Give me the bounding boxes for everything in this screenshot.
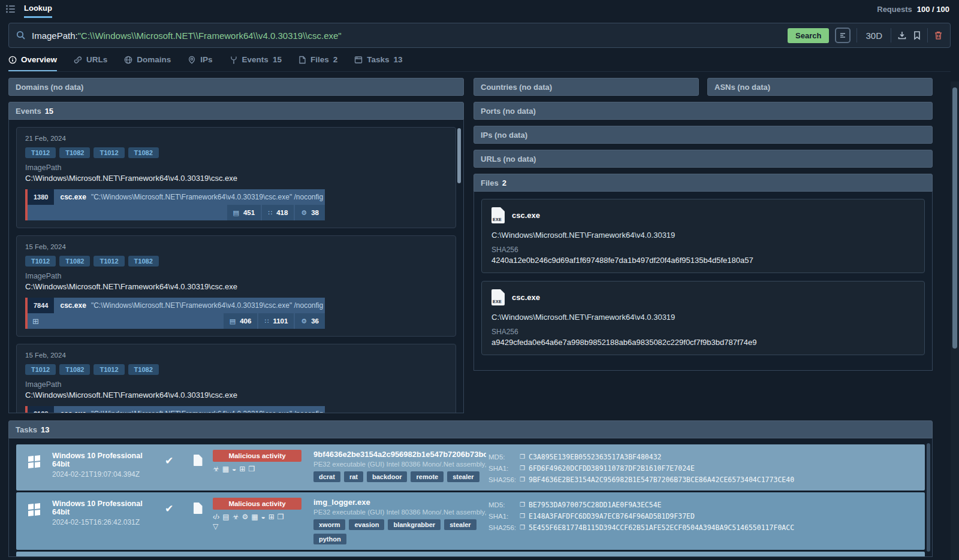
process-name: csc.exe [60, 410, 86, 413]
copy-icon: ❐ [278, 513, 284, 521]
sha256-label: SHA256: [488, 524, 520, 531]
page-scrollbar-thumb[interactable] [952, 87, 957, 349]
copy-icon[interactable]: ❐ [520, 513, 525, 519]
period-selector[interactable]: 30D [863, 31, 885, 41]
task-tag[interactable]: backdoor [367, 471, 408, 482]
windows-logo-icon [28, 503, 40, 516]
file-name: csc.exe [512, 211, 540, 220]
bookmark-icon[interactable] [913, 31, 921, 40]
process-stats: ▤ 451 ∷ 418 ⚙ 38 [227, 205, 325, 220]
divider [891, 28, 891, 43]
ttp-tag[interactable]: T1012 [94, 147, 124, 158]
tab-files[interactable]: Files 2 [298, 50, 337, 71]
ttp-tag[interactable]: T1082 [128, 147, 159, 158]
event-date: 21 Feb, 2024 [25, 135, 447, 142]
file-card[interactable]: EXE csc.exe C:\Windows\Microsoft.NET\Fra… [481, 199, 925, 273]
task-tag[interactable]: python [313, 534, 346, 544]
tab-events[interactable]: Events 15 [230, 50, 282, 71]
task-row[interactable]: Windows 10 Professional 64bit 2024-02-15… [16, 552, 925, 557]
tab-ips[interactable]: IPs [188, 50, 212, 71]
process-pid: 7844 [28, 298, 54, 313]
domains-empty-panel: Domains (no data) [8, 78, 464, 96]
tasks-panel: Windows 10 Professional 64bit 2024-02-21… [8, 438, 933, 557]
cmd-window-icon: ⊞ [239, 465, 245, 473]
copy-icon[interactable]: ❐ [520, 453, 525, 460]
sha1-value: 6FD6F49620DCFDD389110787DF2B1610F7E7024E [529, 464, 695, 473]
report-document-icon[interactable] [194, 455, 203, 466]
tab-overview[interactable]: Overview [8, 50, 57, 71]
task-feature-icons: ☣▦◒⊞❐ [213, 465, 301, 473]
event-card[interactable]: 15 Feb, 2024 T1012T1082T1012T1082 ImageP… [16, 235, 456, 337]
report-document-icon[interactable] [194, 503, 203, 514]
file-hash-value: a9429cfeda0e64a6e7a998b9852188ab6a983508… [491, 338, 915, 347]
event-date: 15 Feb, 2024 [25, 352, 447, 359]
process-name: csc.exe [60, 301, 86, 310]
event-card[interactable]: 21 Feb, 2024 T1012T1082T1012T1082 ImageP… [16, 127, 456, 228]
process-cmdline: "C:\Windows\Microsoft.NET\Framework64\v4… [91, 301, 325, 310]
ttp-tag[interactable]: T1012 [94, 256, 124, 267]
copy-icon[interactable]: ❐ [520, 476, 525, 483]
exe-file-icon: EXE [491, 289, 505, 305]
ttp-tag[interactable]: T1012 [25, 256, 56, 267]
process-row[interactable]: 2128 csc.exe "C:\Windows\Microsoft.NET\F… [25, 406, 325, 413]
task-tag[interactable]: evasion [349, 519, 384, 530]
task-timestamp: 2024-02-15T16:26:42.031Z [52, 518, 155, 526]
top-bar: Lookup Requests 100 / 100 [0, 0, 959, 18]
task-tag[interactable]: xworm [313, 519, 345, 530]
md5-label: MD5: [488, 453, 520, 461]
event-field-label: ImagePath [25, 272, 447, 280]
tasks-scrollbar[interactable] [927, 443, 930, 552]
right-column: Countries (no data) ASNs (no data) Ports… [474, 78, 933, 413]
process-row[interactable]: 7844 csc.exe "C:\Windows\Microsoft.NET\F… [25, 298, 325, 329]
download-icon[interactable] [897, 31, 907, 40]
ttp-tag[interactable]: T1012 [25, 147, 56, 158]
task-tag[interactable]: remote [411, 471, 444, 482]
md5-label: MD5: [488, 501, 520, 508]
biohazard-icon: ☣ [233, 513, 239, 521]
process-name: csc.exe [60, 193, 86, 201]
asns-empty-panel: ASNs (no data) [707, 78, 933, 96]
task-tag[interactable]: stealer [447, 471, 479, 482]
copy-icon[interactable]: ❐ [520, 465, 525, 471]
tab-urls[interactable]: URLs [74, 50, 107, 71]
event-field-label: ImagePath [25, 380, 447, 389]
sha1-label: SHA1: [488, 465, 520, 472]
event-card[interactable]: 15 Feb, 2024 T1012T1082T1012T1082 ImageP… [16, 344, 456, 413]
task-tag[interactable]: stealer [444, 519, 476, 530]
ttp-tag[interactable]: T1082 [59, 364, 90, 375]
task-row[interactable]: Windows 10 Professional 64bit 2024-02-15… [16, 492, 925, 550]
events-scrollbar[interactable] [457, 128, 461, 183]
task-tag[interactable]: blankgrabber [388, 519, 441, 530]
copy-icon[interactable]: ❐ [520, 524, 525, 531]
process-cmdline: "C:\Windows\Microsoft.NET\Framework64\v4… [91, 410, 325, 413]
task-tag[interactable]: dcrat [313, 471, 340, 482]
search-input[interactable]: ImagePath:"C:\\Windows\\Microsoft.NET\\F… [32, 31, 788, 41]
tab-domains[interactable]: Domains [124, 50, 171, 71]
query-history-icon[interactable] [835, 28, 851, 43]
tab-tasks[interactable]: Tasks 13 [354, 50, 402, 71]
verdict-badge: Malicious activity [213, 450, 301, 462]
ttp-tag[interactable]: T1082 [59, 147, 90, 158]
search-button[interactable]: Search [788, 28, 829, 43]
tools-icon: ⚙ [242, 513, 248, 521]
captcha-icon: ▦ [222, 465, 229, 473]
ttp-tag[interactable]: T1082 [128, 364, 159, 375]
ttp-tag[interactable]: T1012 [94, 364, 124, 375]
menu-icon[interactable] [6, 5, 16, 13]
ttp-tag[interactable]: T1012 [25, 364, 56, 375]
trash-icon[interactable] [934, 31, 943, 40]
ttp-tags: T1012T1082T1012T1082 [25, 364, 447, 375]
ttp-tag[interactable]: T1082 [59, 256, 90, 267]
nav-tab-lookup[interactable]: Lookup [24, 0, 52, 18]
copy-icon[interactable]: ❐ [520, 501, 525, 508]
events-panel: 21 Feb, 2024 T1012T1082T1012T1082 ImageP… [8, 120, 464, 413]
ports-empty-panel: Ports (no data) [474, 102, 933, 120]
sha1-value: E148A3FAFDFC6DD39A7ECB764F96AD5B1D9F37ED [529, 512, 695, 520]
task-tag[interactable]: rat [344, 471, 363, 482]
ttp-tag[interactable]: T1082 [128, 256, 159, 267]
registry-stat-icon: ⚙ [301, 317, 307, 325]
task-row[interactable]: Windows 10 Professional 64bit 2024-02-21… [16, 444, 925, 491]
process-row[interactable]: 1380 csc.exe "C:\Windows\Microsoft.NET\F… [25, 189, 325, 220]
task-filename: 9bf4636e2be3154a2c956982b1e547b7206b73bc… [313, 450, 486, 459]
file-card[interactable]: EXE csc.exe C:\Windows\Microsoft.NET\Fra… [481, 281, 925, 355]
